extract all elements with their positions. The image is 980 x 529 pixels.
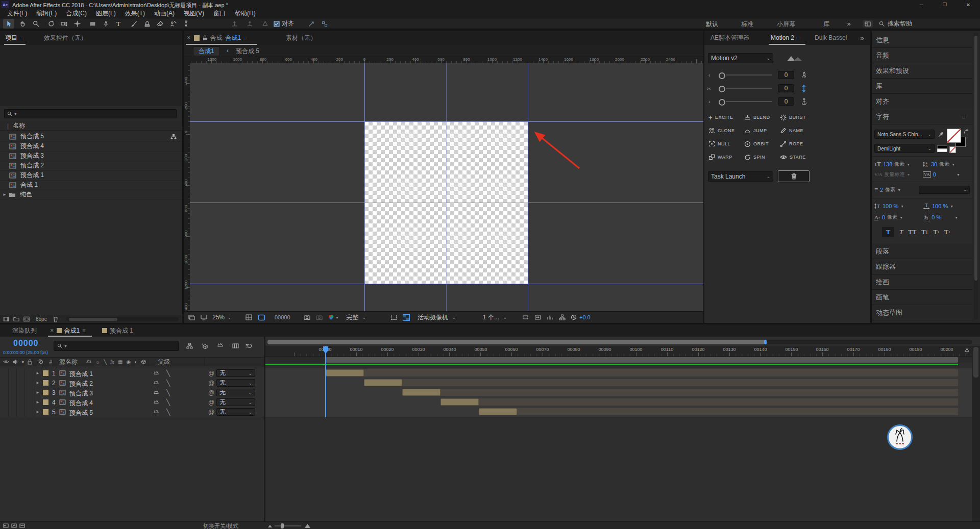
slider-track[interactable] bbox=[726, 101, 772, 102]
menu-layer[interactable]: 图层(L) bbox=[91, 9, 120, 18]
subscript-button[interactable]: T1 bbox=[944, 228, 950, 236]
layer-expand-icon[interactable]: ► bbox=[36, 381, 40, 385]
layer-expand-icon[interactable]: ► bbox=[36, 390, 40, 395]
exposure-value[interactable]: +0.0 bbox=[579, 314, 591, 320]
font-family-dropdown[interactable]: Noto Sans S Chin...⌄ bbox=[874, 130, 935, 139]
workspace-tab-standard[interactable]: 标准 bbox=[741, 20, 753, 29]
resolution-dropdown[interactable]: 完整⌄ bbox=[346, 313, 386, 321]
view-layout-dropdown[interactable]: 1 个...⌄ bbox=[483, 313, 516, 321]
tab-effect-controls[interactable]: 效果控件（无） bbox=[44, 34, 87, 42]
manage-workspaces-icon[interactable] bbox=[863, 20, 873, 28]
view-dropdown[interactable]: 活动摄像机⌄ bbox=[418, 313, 478, 321]
slider-value-input[interactable]: 0 bbox=[778, 84, 794, 92]
layer-bar[interactable] bbox=[402, 389, 440, 396]
menu-file[interactable]: 文件(F) bbox=[3, 9, 32, 18]
timeline-vscrollbar[interactable] bbox=[972, 346, 980, 521]
layer-shy-switch[interactable] bbox=[153, 370, 159, 376]
maximize-button[interactable]: ❐ bbox=[933, 0, 957, 9]
channel-settings-icon[interactable]: ▼ bbox=[328, 313, 339, 321]
panel-header-paragraph[interactable]: 段落 bbox=[872, 244, 972, 259]
lock-column-icon[interactable] bbox=[28, 359, 32, 365]
comp-viewport[interactable] bbox=[190, 63, 703, 311]
toggle-mask-roughness-icon[interactable] bbox=[521, 313, 530, 321]
layer-pickwhip-icon[interactable]: @ bbox=[208, 409, 214, 416]
shape-tool-icon[interactable] bbox=[87, 19, 98, 29]
snapshot-icon[interactable] bbox=[302, 313, 311, 321]
workspace-overflow-icon[interactable]: » bbox=[844, 19, 854, 29]
panel-header-paint[interactable]: 绘画 bbox=[872, 274, 972, 290]
tabs-overflow-icon[interactable]: » bbox=[857, 34, 867, 42]
slider-knob[interactable] bbox=[719, 99, 725, 106]
breadcrumb-current-comp[interactable]: 合成1 bbox=[193, 46, 220, 56]
panel-menu-icon[interactable]: ≡ bbox=[82, 328, 85, 334]
project-item-precomp5[interactable]: 预合成 5 bbox=[0, 132, 182, 142]
layer-parent-dropdown[interactable]: 无⌄ bbox=[216, 389, 255, 396]
layer-bar[interactable] bbox=[440, 398, 479, 406]
layer-parent-dropdown[interactable]: 无⌄ bbox=[216, 408, 255, 416]
expand-icon[interactable]: ► bbox=[3, 192, 7, 197]
breadcrumb-parent-comp[interactable]: 预合成 5 bbox=[236, 47, 259, 56]
expand-layer-switches-icon[interactable] bbox=[2, 523, 9, 528]
menu-animation[interactable]: 动画(A) bbox=[150, 9, 179, 18]
panel-header-character[interactable]: 字符≡ bbox=[872, 109, 972, 124]
layer-row-2[interactable]: ► 2 预合成 2 ╲ @ 无⌄ bbox=[0, 378, 264, 388]
snap-toggle[interactable]: 对齐 bbox=[274, 19, 294, 29]
zoom-out-mountain-icon[interactable] bbox=[267, 523, 273, 528]
tab-project[interactable]: 项目 ≡ bbox=[5, 31, 23, 45]
trash-icon[interactable] bbox=[53, 316, 58, 322]
expand-inout-columns-icon[interactable] bbox=[18, 523, 26, 528]
rotation-tool-icon[interactable] bbox=[45, 19, 57, 29]
new-folder-icon[interactable] bbox=[13, 316, 19, 322]
layer-expand-icon[interactable]: ► bbox=[36, 410, 40, 414]
workspace-tab-default[interactable]: 默认 bbox=[706, 20, 718, 29]
pan-behind-tool-icon[interactable] bbox=[71, 19, 83, 29]
slider-knob[interactable] bbox=[719, 86, 725, 92]
tab-render-queue[interactable]: 渲染队列 bbox=[12, 326, 37, 335]
faux-italic-button[interactable]: T bbox=[899, 228, 903, 236]
panel-menu-icon[interactable]: ≡ bbox=[962, 114, 965, 120]
delete-task-button[interactable] bbox=[778, 170, 810, 182]
sidebar-scrollbar[interactable] bbox=[974, 33, 978, 319]
layer-pickwhip-icon[interactable]: @ bbox=[208, 389, 214, 396]
layer-pickwhip-icon[interactable]: @ bbox=[208, 370, 214, 377]
camera-tool-icon[interactable] bbox=[58, 19, 69, 29]
zoom-tool-icon[interactable] bbox=[30, 19, 41, 29]
adjustment-column-icon[interactable]: ◐ bbox=[134, 359, 137, 365]
guide-line-horizontal[interactable] bbox=[190, 121, 703, 122]
slider-mode-out-icon[interactable]: › bbox=[708, 98, 710, 105]
stroke-width-control[interactable]: ≡ 2像素▼ bbox=[874, 186, 901, 194]
layer-row-3[interactable]: ► 3 预合成 3 ╲ @ 无⌄ bbox=[0, 388, 264, 398]
superscript-button[interactable]: T1 bbox=[934, 228, 939, 236]
reset-exposure-control[interactable]: +0.0 bbox=[571, 313, 591, 321]
interpret-footage-icon[interactable] bbox=[3, 316, 9, 322]
brush-tool-icon[interactable] bbox=[128, 19, 139, 29]
rocket-icon[interactable] bbox=[800, 70, 807, 80]
frame-blend-column-icon[interactable]: ▦ bbox=[118, 359, 122, 365]
pen-tool-icon[interactable] bbox=[100, 19, 111, 29]
layer-quality-switch[interactable]: ╲ bbox=[166, 389, 170, 396]
motion-button-clone[interactable]: CLONE bbox=[708, 125, 735, 136]
kerning-control[interactable]: V/A 度量标准▼ bbox=[874, 170, 910, 179]
motion-button-stare[interactable]: STARE bbox=[780, 152, 806, 162]
layer-track-2[interactable] bbox=[265, 378, 972, 388]
horizontal-scale-control[interactable]: T 100 %▼ bbox=[923, 202, 953, 210]
project-item-precomp3[interactable]: 预合成 3 bbox=[0, 151, 182, 161]
layer-row-4[interactable]: ► 4 预合成 4 ╲ @ 无⌄ bbox=[0, 397, 264, 408]
menu-effect[interactable]: 效果(T) bbox=[120, 9, 150, 18]
quality-column-icon[interactable]: ╲ bbox=[104, 359, 107, 365]
pixel-aspect-correction-icon[interactable] bbox=[533, 313, 542, 321]
swap-fill-stroke-icon[interactable] bbox=[963, 129, 970, 135]
slider-mode-both-icon[interactable]: ›‹ bbox=[707, 85, 710, 91]
current-time-display[interactable]: 00000 bbox=[13, 339, 39, 348]
font-size-control[interactable]: TT 138像素▼ bbox=[874, 160, 910, 168]
eye-column-icon[interactable] bbox=[3, 359, 9, 364]
slider-track[interactable] bbox=[726, 88, 772, 89]
stroke-over-fill-icon[interactable] bbox=[937, 145, 947, 152]
layer-shy-switch[interactable] bbox=[153, 380, 159, 386]
font-style-dropdown[interactable]: DemiLight⌄ bbox=[874, 144, 935, 153]
vertical-ruler[interactable]: -400-2000200400600800100012001400 bbox=[184, 63, 190, 311]
grid-and-guides-icon[interactable] bbox=[244, 313, 253, 321]
panel-header-effects-presets[interactable]: 效果和预设 bbox=[872, 63, 972, 79]
motion-blur-icon[interactable] bbox=[244, 342, 253, 350]
navigator-end-handle[interactable] bbox=[764, 340, 767, 344]
